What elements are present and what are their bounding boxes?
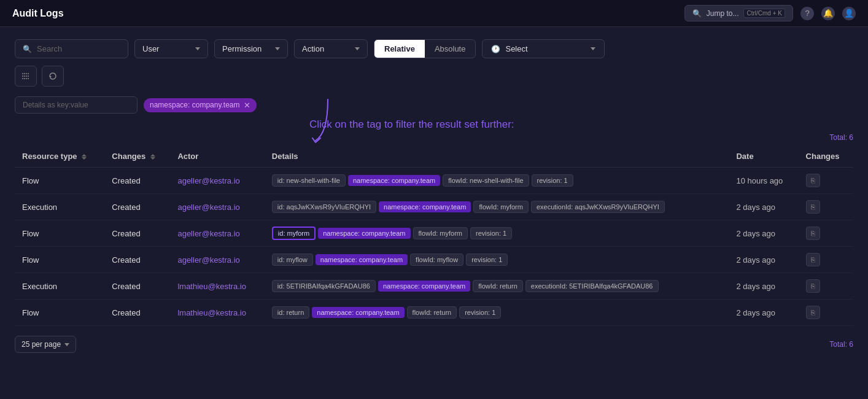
detail-tag[interactable]: flowId: return (407, 306, 457, 319)
actor-link[interactable]: ageller@kestra.io (177, 255, 239, 265)
search-input-wrapper[interactable]: 🔍 (15, 39, 128, 58)
table-row: ExecutionCreatedageller@kestra.ioid: aqs… (15, 194, 853, 220)
detail-tag[interactable]: revision: 1 (470, 227, 512, 239)
topnav-right: 🔍 Jump to... Ctrl/Cmd + K ? 🔔 👤 (684, 5, 856, 21)
cell-details: id: new-shell-with-filenamespace: compan… (265, 168, 729, 194)
cell-copy: ⎘ (799, 300, 853, 326)
copy-button[interactable]: ⎘ (806, 227, 820, 240)
time-select-label: Select (505, 44, 527, 53)
filter-icon-button[interactable] (15, 66, 37, 87)
cell-resource-type: Execution (15, 273, 104, 300)
cell-resource-type: Flow (15, 168, 104, 194)
cell-changes: Created (104, 300, 170, 326)
detail-tag[interactable]: flowId: return (473, 280, 523, 292)
refresh-button[interactable] (42, 66, 64, 87)
detail-tag[interactable]: executionId: 5ETIRIBAIfqa4kGFADAU86 (525, 280, 659, 292)
keyboard-shortcut: Ctrl/Cmd + K (743, 9, 785, 18)
jump-to-button[interactable]: 🔍 Jump to... Ctrl/Cmd + K (684, 5, 793, 21)
detail-tag[interactable]: id: myform (272, 227, 316, 240)
user-icon[interactable]: 👤 (842, 7, 856, 20)
tag-filter-row: Details as key:value namespace: company.… (15, 96, 853, 114)
sort-arrows-icon (150, 154, 155, 160)
detail-tag[interactable]: namespace: company.team (379, 201, 471, 212)
cell-actor[interactable]: ageller@kestra.io (170, 247, 264, 273)
cell-date: 2 days ago (729, 273, 798, 300)
permission-filter[interactable]: Permission (214, 39, 288, 58)
topnav: Audit Logs 🔍 Jump to... Ctrl/Cmd + K ? 🔔… (0, 0, 868, 27)
detail-tag[interactable]: namespace: company.team (316, 254, 408, 265)
cell-actor[interactable]: ageller@kestra.io (170, 168, 264, 194)
detail-tag[interactable]: namespace: company.team (378, 281, 470, 292)
sort-arrows-icon (82, 154, 87, 160)
refresh-icon (48, 72, 57, 80)
copy-button[interactable]: ⎘ (806, 200, 820, 214)
permission-filter-label: Permission (222, 44, 270, 53)
cell-actor[interactable]: lmathieu@kestra.io (170, 273, 264, 300)
detail-tag[interactable]: executionId: aqsJwKXwsR9yVIuERQHYI (531, 201, 665, 213)
cell-copy: ⎘ (799, 194, 853, 220)
user-filter-label: User (142, 44, 190, 53)
cell-copy: ⎘ (799, 247, 853, 273)
copy-button[interactable]: ⎘ (806, 279, 820, 293)
col-changes[interactable]: Changes (104, 145, 170, 168)
details-filter-input[interactable]: Details as key:value (15, 96, 138, 114)
action-filter[interactable]: Action (294, 39, 368, 58)
cell-actor[interactable]: ageller@kestra.io (170, 220, 264, 247)
chevron-down-icon (355, 47, 360, 50)
namespace-filter-tag[interactable]: namespace: company.team ✕ (144, 98, 257, 112)
search-input[interactable] (37, 44, 120, 53)
detail-tag[interactable]: revision: 1 (459, 306, 501, 319)
cell-actor[interactable]: lmathieu@kestra.io (170, 300, 264, 326)
detail-tag[interactable]: id: myflow (272, 254, 313, 266)
cell-date: 2 days ago (729, 247, 798, 273)
chevron-down-icon (275, 47, 280, 50)
col-actor: Actor (170, 145, 264, 168)
cell-date: 2 days ago (729, 300, 798, 326)
actor-link[interactable]: ageller@kestra.io (177, 176, 239, 185)
detail-tag[interactable]: revision: 1 (532, 174, 573, 187)
icon-row (15, 66, 853, 87)
chevron-down-icon (195, 47, 200, 50)
detail-tag[interactable]: namespace: company.team (348, 175, 440, 186)
cell-changes: Created (104, 168, 170, 194)
col-resource-type[interactable]: Resource type (15, 145, 104, 168)
detail-tag[interactable]: flowId: myform (413, 227, 468, 239)
bell-icon[interactable]: 🔔 (821, 7, 835, 20)
cell-resource-type: Flow (15, 220, 104, 247)
cell-details: id: returnnamespace: company.teamflowId:… (265, 300, 729, 326)
cell-resource-type: Flow (15, 300, 104, 326)
actor-link[interactable]: ageller@kestra.io (177, 229, 239, 238)
actor-link[interactable]: lmathieu@kestra.io (177, 308, 246, 317)
table-header-row: Resource type Changes Actor (15, 145, 853, 168)
cell-copy: ⎘ (799, 168, 853, 194)
detail-tag[interactable]: namespace: company.team (312, 307, 404, 318)
detail-tag[interactable]: id: new-shell-with-file (272, 174, 346, 187)
detail-tag[interactable]: id: 5ETIRIBAIfqa4kGFADAU86 (272, 280, 376, 292)
user-filter[interactable]: User (134, 39, 208, 58)
time-select-button[interactable]: 🕐 Select (482, 39, 605, 58)
detail-tag[interactable]: flowId: myform (473, 201, 529, 213)
per-page-selector[interactable]: 25 per page (15, 336, 76, 353)
absolute-toggle[interactable]: Absolute (425, 40, 476, 58)
detail-tag[interactable]: flowId: new-shell-with-file (443, 174, 529, 187)
main-content: 🔍 User Permission Action Relative Absolu… (0, 27, 868, 365)
actor-link[interactable]: ageller@kestra.io (177, 203, 239, 212)
detail-tag[interactable]: id: return (272, 306, 309, 319)
cell-date: 10 hours ago (729, 168, 798, 194)
close-icon[interactable]: ✕ (244, 101, 250, 110)
detail-tag[interactable]: id: aqsJwKXwsR9yVIuERQHYI (272, 201, 376, 213)
detail-tag[interactable]: namespace: company.team (318, 228, 410, 239)
detail-tag[interactable]: revision: 1 (466, 254, 508, 266)
col-details: Details (265, 145, 729, 168)
copy-button[interactable]: ⎘ (806, 174, 820, 187)
relative-toggle[interactable]: Relative (374, 40, 425, 58)
actor-link[interactable]: lmathieu@kestra.io (177, 282, 246, 291)
filter-row: 🔍 User Permission Action Relative Absolu… (15, 39, 853, 58)
time-toggle-group: Relative Absolute (374, 39, 476, 58)
copy-button[interactable]: ⎘ (806, 253, 820, 266)
cell-actor[interactable]: ageller@kestra.io (170, 194, 264, 220)
detail-tag[interactable]: flowId: myflow (410, 254, 463, 266)
copy-button[interactable]: ⎘ (806, 306, 820, 319)
cell-details: id: aqsJwKXwsR9yVIuERQHYInamespace: comp… (265, 194, 729, 220)
help-icon[interactable]: ? (800, 7, 814, 20)
